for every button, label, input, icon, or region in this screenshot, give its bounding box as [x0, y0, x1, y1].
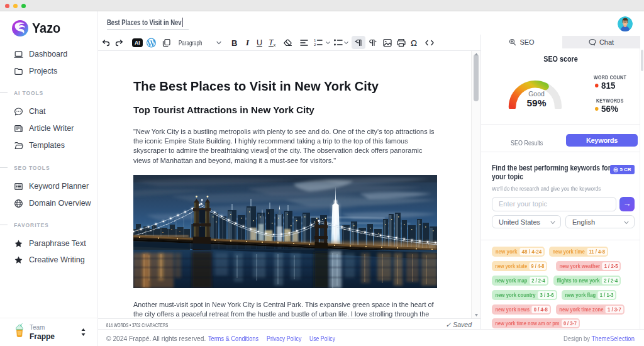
svg-text:1: 1: [314, 38, 316, 42]
svg-text:2: 2: [314, 43, 316, 47]
